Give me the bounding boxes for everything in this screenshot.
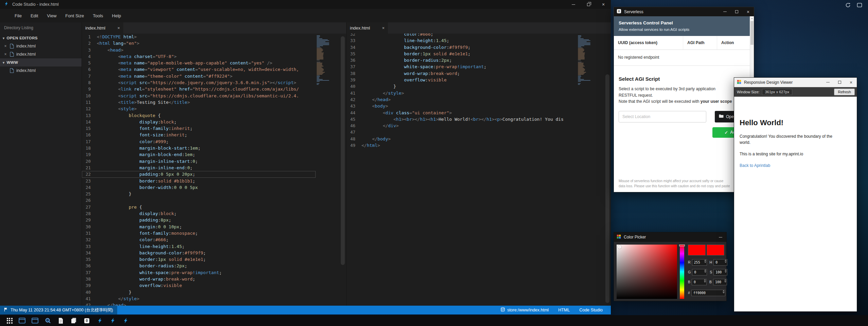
code-line[interactable]: 10 <script src="https://cdnjs.cloudflare…	[82, 93, 316, 99]
code-line[interactable]: 6 <meta name="viewport" content="user-sc…	[82, 66, 316, 73]
code-line[interactable]: 47	[347, 129, 577, 135]
code-line[interactable]: 46 </div>	[347, 122, 577, 129]
refresh-icon[interactable]	[845, 2, 851, 8]
code-line[interactable]: 39 overflow:visible	[347, 77, 577, 83]
menu-tools[interactable]: Tools	[88, 11, 107, 20]
code-line[interactable]: 14 display:block;	[82, 119, 316, 125]
code-line[interactable]: 40 }	[347, 83, 577, 90]
minimap[interactable]	[577, 35, 592, 306]
code-line[interactable]: 9 <link rel="stylesheet" href="https://c…	[82, 86, 316, 92]
code-line[interactable]: 39 overflow:visible	[82, 282, 316, 289]
code-line[interactable]: 35 border:1px solid #e1e1e1;	[82, 256, 316, 263]
restore-button[interactable]	[581, 0, 596, 9]
code-line[interactable]: 35 border:1px solid #e1e1e1;	[347, 51, 577, 57]
stepper-arrows-icon[interactable]	[704, 279, 706, 283]
code-line[interactable]: 29 padding:8px;	[82, 217, 316, 223]
menu-view[interactable]: View	[42, 11, 61, 20]
stepper-arrows-icon[interactable]	[723, 290, 725, 293]
hex-value-input[interactable]	[691, 290, 725, 296]
code-line[interactable]: 42 </head>	[347, 96, 577, 103]
tab-close-icon[interactable]: ×	[117, 25, 120, 31]
stepper-arrows-icon[interactable]	[725, 260, 727, 263]
code-line[interactable]: 30 margin:0 0 10px;	[82, 224, 316, 230]
file-manager-icon[interactable]	[67, 315, 80, 326]
code-line[interactable]: 13 blockquote {	[82, 112, 316, 119]
minimap[interactable]	[316, 35, 331, 306]
code-editor[interactable]: 1<!DOCTYPE html>2<html lang="en">3 <head…	[82, 34, 346, 306]
status-file-path[interactable]: store:/www/index.html	[501, 307, 549, 313]
search-app-icon[interactable]	[41, 315, 54, 326]
app-grid-icon[interactable]	[3, 315, 16, 326]
previous-color-swatch[interactable]	[707, 245, 724, 255]
close-button[interactable]: ×	[742, 7, 754, 16]
close-button[interactable]: ×	[845, 78, 857, 87]
code-line[interactable]: 1<!DOCTYPE html>	[82, 34, 316, 40]
code-studio-icon-2[interactable]	[106, 315, 119, 326]
code-line[interactable]: 25 }	[82, 191, 316, 197]
code-line[interactable]: 49</html>	[347, 142, 577, 149]
sidebar-item-index-html[interactable]: index.html	[0, 66, 82, 75]
minimize-button[interactable]	[822, 78, 834, 87]
code-line[interactable]: 34 background-color:#f9f9f9;	[347, 44, 577, 51]
back-to-aprintlab-link[interactable]: Back to Aprintlab	[740, 163, 770, 168]
status-language[interactable]: HTML	[558, 308, 570, 312]
code-line[interactable]: 38 word-wrap:break-word;	[347, 70, 577, 77]
code-line[interactable]: 48 </body>	[347, 136, 577, 142]
code-line[interactable]: 38 word-wrap:break-word;	[82, 276, 316, 282]
code-studio-icon-1[interactable]	[93, 315, 106, 326]
code-line[interactable]: 31 font-family:monospace;	[82, 230, 316, 236]
agi-script-location-input[interactable]	[619, 111, 706, 122]
saturation-value-picker[interactable]	[617, 245, 677, 299]
code-line[interactable]: 37 white-space:pre-wrap!important;	[347, 63, 577, 70]
scrollbar[interactable]	[592, 34, 611, 306]
refresh-button[interactable]: Refresh	[834, 89, 855, 95]
code-line[interactable]: 27 pre {	[82, 204, 316, 210]
code-line[interactable]: 5 <meta name="apple-mobile-web-app-capab…	[82, 60, 316, 66]
code-studio-icon-3[interactable]	[119, 315, 132, 326]
stepper-arrows-icon[interactable]	[704, 269, 706, 273]
code-line[interactable]: 44 <div class="ui container">	[347, 110, 577, 116]
code-line[interactable]: 3 <head>	[82, 47, 316, 53]
sidebar-item-index-html[interactable]: ×index.html	[0, 50, 82, 58]
scrollbar[interactable]	[331, 34, 346, 306]
hue-slider[interactable]	[680, 245, 684, 299]
code-line[interactable]: 28 display:block;	[82, 210, 316, 217]
tab-close-icon[interactable]: ×	[382, 25, 385, 31]
menu-font-size[interactable]: Font Size	[61, 11, 88, 20]
code-line[interactable]: 12 <style>	[82, 106, 316, 112]
stepper-arrows-icon[interactable]	[724, 279, 726, 283]
menu-edit[interactable]: Edit	[26, 11, 42, 20]
code-line[interactable]: 18 margin-block-start:1em;	[82, 145, 316, 151]
code-line[interactable]: 23 border:solid #b1b1b1;	[82, 178, 316, 184]
code-line[interactable]: 8 <script src="https://code.jquery.com/j…	[82, 79, 316, 86]
frame-icon[interactable]	[856, 2, 863, 8]
code-line[interactable]: 22 padding:0 5px 0 20px;	[82, 171, 316, 177]
text-editor-icon[interactable]	[54, 315, 67, 326]
code-line[interactable]: 2<html lang="en">	[82, 40, 316, 46]
sidebar-section-www[interactable]: ▾WWW	[0, 58, 82, 66]
stepper-arrows-icon[interactable]	[704, 260, 706, 263]
code-line[interactable]: 45 <h1><br></h1><h1>Hello World!<br></h1…	[347, 116, 577, 122]
code-line[interactable]: 37 white-space:pre-wrap!important;	[82, 269, 316, 276]
code-editor[interactable]: 32 color:#666;33 line-height:1.45;34 bac…	[347, 34, 611, 306]
code-line[interactable]: 11 <title>Testing Site</title>	[82, 99, 316, 106]
hue-cursor[interactable]	[679, 245, 685, 246]
code-line[interactable]: 20 margin-inline-start:0;	[82, 158, 316, 165]
code-line[interactable]: 21 margin-inline-end:0;	[82, 165, 316, 171]
menu-help[interactable]: Help	[108, 11, 126, 20]
tab-index-html[interactable]: index.html×	[82, 22, 123, 34]
code-line[interactable]: 33 line-height:1.45;	[347, 37, 577, 44]
code-line[interactable]: 17 color:#999;	[82, 138, 316, 145]
code-line[interactable]: 26	[82, 197, 316, 204]
scrollbar-thumb[interactable]	[605, 74, 609, 303]
code-line[interactable]: 7 <meta name="theme-color" content="#ff9…	[82, 73, 316, 79]
close-button[interactable]: ×	[596, 0, 611, 9]
tab-index-html[interactable]: index.html×	[347, 22, 388, 34]
code-line[interactable]: 16 font-size:inherit;	[82, 132, 316, 138]
code-line[interactable]: 41 </style>	[347, 90, 577, 96]
sidebar-section-open-editors[interactable]: ▾OPEN EDITORS	[0, 34, 82, 42]
code-line[interactable]: 40 }	[82, 289, 316, 295]
code-line[interactable]: 24 border-width:0 0 0 5px	[82, 184, 316, 191]
minimize-button[interactable]	[719, 7, 731, 16]
code-line[interactable]: 33 line-height:1.45;	[82, 243, 316, 250]
